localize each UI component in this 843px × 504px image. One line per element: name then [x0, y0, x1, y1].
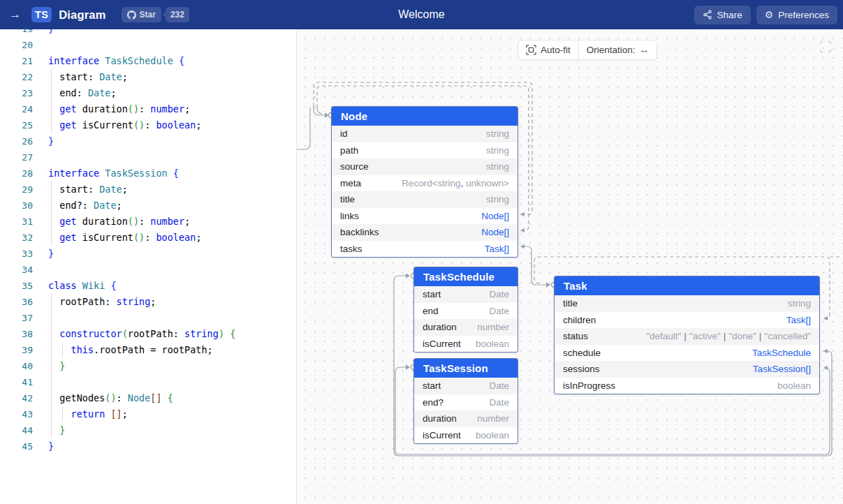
field-row-isInProgress[interactable]: isInProgressboolean	[555, 378, 819, 394]
type-link[interactable]: TaskSchedule	[752, 348, 811, 358]
field-name: meta	[340, 178, 361, 188]
code-token: )	[219, 328, 224, 339]
code-line[interactable]: 29 start: Date;	[0, 181, 296, 198]
back-arrow-icon[interactable]: →	[9, 8, 24, 22]
field-type: number	[477, 413, 509, 424]
field-name: isInProgress	[563, 380, 615, 391]
line-number: 40	[0, 358, 33, 374]
field-row-start[interactable]: startDate	[414, 378, 518, 394]
code-line[interactable]: 20	[0, 37, 296, 53]
field-row-path[interactable]: pathstring	[332, 142, 518, 159]
field-row-id[interactable]: idstring	[332, 126, 518, 142]
field-row-title[interactable]: titlestring	[555, 295, 819, 312]
code-line[interactable]: 34	[0, 262, 296, 278]
code-line[interactable]: 36 rootPath: string;	[0, 294, 296, 310]
code-line[interactable]: 37	[0, 310, 296, 326]
code-editor[interactable]: 19}2021interface TaskSchedule {22 start:…	[0, 29, 296, 454]
entity-header-taskschedule[interactable]: TaskSchedule	[414, 267, 518, 286]
field-row-start[interactable]: startDate	[414, 286, 518, 303]
code-line[interactable]: 23 end: Date;	[0, 85, 296, 101]
code-line[interactable]: 26}	[0, 133, 296, 149]
field-row-duration[interactable]: durationnumber	[414, 319, 518, 336]
entity-header-node[interactable]: Node	[332, 107, 518, 126]
preferences-button[interactable]: ⚙ Preferences	[756, 6, 837, 24]
code-line[interactable]: 42 getNodes(): Node[] {	[0, 390, 296, 406]
field-row-status[interactable]: status"default"|"active"|"done"|"cancell…	[555, 328, 819, 345]
field-name: backlinks	[340, 227, 379, 237]
line-number: 42	[0, 390, 33, 406]
type-text: Date	[489, 380, 509, 391]
code-line[interactable]: 39 this.rootPath = rootPath;	[0, 342, 296, 358]
field-type: string	[486, 145, 509, 156]
field-row-title[interactable]: titlestring	[332, 191, 518, 208]
field-row-schedule[interactable]: scheduleTaskSchedule	[555, 345, 819, 362]
field-type: TaskSession[]	[753, 364, 811, 374]
type-link[interactable]: TaskSession[]	[753, 364, 811, 374]
code-line[interactable]: 25 get isCurrent(): boolean;	[0, 117, 296, 133]
code-line[interactable]: 43 return [];	[0, 406, 296, 422]
field-row-duration[interactable]: durationnumber	[414, 410, 518, 427]
field-row-sessions[interactable]: sessionsTaskSession[]	[555, 361, 819, 378]
code-line[interactable]: 27	[0, 149, 296, 165]
entity-header-task[interactable]: Task	[555, 276, 819, 295]
star-count: 232	[166, 7, 189, 22]
entity-table-tasksession[interactable]: TaskSessionstartDateend?Datedurationnumb…	[413, 358, 518, 444]
field-name: end?	[423, 397, 444, 408]
share-button[interactable]: Share	[694, 6, 751, 24]
code-token: ;	[110, 87, 116, 98]
github-star-badge[interactable]: Star 232	[122, 7, 189, 22]
indent-guide	[51, 181, 52, 198]
field-row-isCurrent[interactable]: isCurrentboolean	[414, 336, 518, 353]
field-name: start	[423, 380, 441, 391]
field-row-tasks[interactable]: tasksTask[]	[332, 241, 518, 258]
code-line[interactable]: 41	[0, 374, 296, 390]
type-link[interactable]: Task[]	[786, 315, 811, 325]
code-token: string	[117, 296, 151, 307]
auto-fit-button[interactable]: Auto-fit	[518, 40, 578, 59]
code-line[interactable]: 22 start: Date;	[0, 69, 296, 85]
type-link[interactable]: Task[]	[485, 244, 509, 254]
code-line[interactable]: 19}	[0, 29, 296, 37]
code-line[interactable]: 44 }	[0, 422, 296, 438]
field-type: Date	[489, 306, 509, 316]
entity-table-node[interactable]: NodeidstringpathstringsourcestringmetaRe…	[331, 106, 518, 258]
code-line[interactable]: 24 get duration(): number;	[0, 101, 296, 117]
code-line[interactable]: 21interface TaskSchedule {	[0, 53, 296, 69]
line-number: 23	[0, 85, 33, 101]
fullscreen-icon[interactable]	[819, 40, 832, 53]
field-row-backlinks[interactable]: backlinksNode[]	[332, 224, 518, 241]
entity-table-task[interactable]: TasktitlestringchildrenTask[]status"defa…	[554, 276, 820, 394]
code-token	[48, 328, 59, 339]
field-type: string	[486, 161, 509, 172]
code-line[interactable]: 31 get duration(): number;	[0, 214, 296, 230]
code-line[interactable]: 40 }	[0, 358, 296, 374]
field-row-source[interactable]: sourcestring	[332, 158, 518, 175]
field-row-links[interactable]: linksNode[]	[332, 208, 518, 225]
orientation-button[interactable]: Orientation: ↔	[579, 40, 657, 59]
entity-table-taskschedule[interactable]: TaskSchedulestartDateendDatedurationnumb…	[413, 267, 518, 353]
code-line[interactable]: 32 get isCurrent(): boolean;	[0, 230, 296, 246]
code-token: :	[145, 119, 156, 131]
type-link[interactable]: Node[]	[481, 227, 509, 237]
code-line[interactable]: 45}	[0, 438, 296, 454]
field-row-end[interactable]: endDate	[414, 303, 518, 320]
code-token: }	[59, 424, 65, 436]
arrowtick-sessions	[823, 366, 828, 370]
code-line[interactable]: 35class Wiki {	[0, 278, 296, 294]
code-text: get duration(): number;	[33, 214, 190, 230]
type-text: boolean	[476, 430, 509, 440]
code-line[interactable]: 38 constructor(rootPath: string) {	[0, 326, 296, 342]
code-token	[48, 424, 59, 436]
type-link[interactable]: Node[]	[481, 211, 509, 221]
field-row-isCurrent[interactable]: isCurrentboolean	[414, 427, 518, 444]
field-row-end[interactable]: end?Date	[414, 394, 518, 411]
code-token: start:	[48, 184, 99, 195]
code-line[interactable]: 28interface TaskSession {	[0, 165, 296, 181]
field-row-meta[interactable]: metaRecord<string, unknown>	[332, 175, 518, 192]
code-line[interactable]: 30 end?: Date;	[0, 198, 296, 214]
entity-header-tasksession[interactable]: TaskSession	[414, 359, 518, 378]
diagram-canvas[interactable]: Auto-fit Orientation: ↔ Nodeidstringpath…	[297, 29, 843, 504]
code-line[interactable]: 33}	[0, 246, 296, 262]
field-row-children[interactable]: childrenTask[]	[555, 312, 819, 329]
code-token: get	[59, 232, 82, 243]
